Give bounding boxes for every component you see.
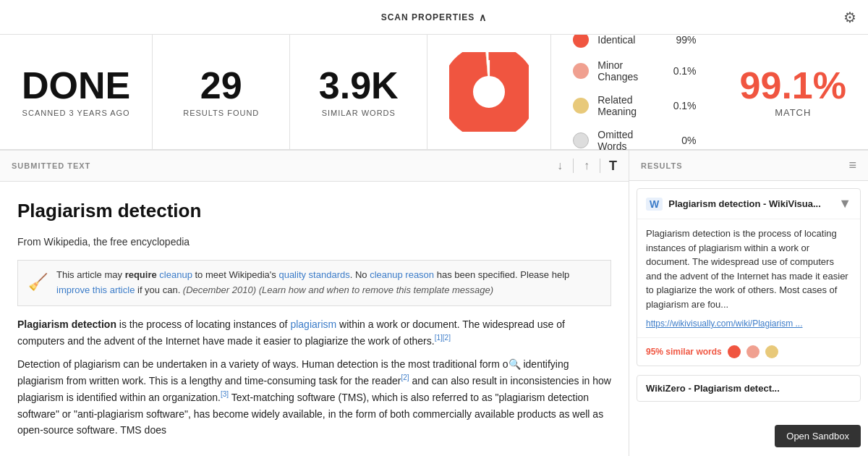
legend-pct-omitted: 0% xyxy=(668,135,697,146)
similar-dot-pink xyxy=(746,345,760,358)
status-cell: DONE SCANNED 3 YEARS AGO xyxy=(0,35,153,149)
scan-properties-label: SCAN PROPERTIES xyxy=(381,12,475,22)
result-card-2-header: WikiZero - Plagiarism detect... xyxy=(637,376,860,401)
legend-item-minor: Minor Changes 0.1% xyxy=(573,55,696,87)
words-value: 3.9K xyxy=(319,67,399,104)
words-label: SIMILAR WORDS xyxy=(322,109,396,117)
result-card-2: WikiZero - Plagiarism detect... xyxy=(637,375,861,402)
stats-bar: DONE SCANNED 3 YEARS AGO 29 RESULTS FOUN… xyxy=(0,35,868,151)
match-label: MATCH xyxy=(775,107,811,118)
main-content: SUBMITTED TEXT ↓ ↑ T Plagiarism detectio… xyxy=(0,151,868,456)
body-paragraph-2: Detection of plagiarism can be undertake… xyxy=(17,356,611,438)
submitted-panel-title: SUBMITTED TEXT xyxy=(12,161,90,170)
scan-properties-button[interactable]: SCAN PROPERTIES ∧ xyxy=(381,12,488,23)
from-line: From Wikipedia, the free encyclopedia xyxy=(17,234,611,250)
match-area: 99.1% MATCH xyxy=(718,35,868,149)
results-panel-header: RESULTS ≡ xyxy=(629,151,868,181)
results-label: RESULTS FOUND xyxy=(183,109,259,117)
down-arrow-icon: ↓ xyxy=(557,159,563,172)
notice-box: 🧹 This article may require cleanup to me… xyxy=(17,260,611,306)
scroll-up-button[interactable]: ↑ xyxy=(582,158,591,174)
result-1-link[interactable]: https://wikivisually.com/wiki/Plagiarism… xyxy=(646,317,851,330)
open-sandbox-tooltip[interactable]: Open Sandbox xyxy=(775,425,861,447)
legend-pct-minor: 0.1% xyxy=(668,65,697,77)
results-value: 29 xyxy=(200,67,242,104)
similar-dot-yellow xyxy=(765,345,778,358)
result-card-1-header: W Plagiarism detection - WikiVisua... ▼ xyxy=(637,189,860,219)
result-card-1-body: Plagiarism detection is the process of l… xyxy=(637,219,860,337)
legend-pct-related: 0.1% xyxy=(668,100,697,111)
text-format-icon[interactable]: T xyxy=(609,159,617,174)
result-2-title: WikiZero - Plagiarism detect... xyxy=(646,383,780,394)
wiki-w-icon: W xyxy=(646,198,663,211)
expand-icon[interactable]: ▼ xyxy=(838,196,851,211)
status-label: SCANNED 3 YEARS AGO xyxy=(22,109,130,117)
article-heading: Plagiarism detection xyxy=(17,196,611,227)
quality-standards-link[interactable]: quality standards xyxy=(278,269,349,280)
similar-label: 95% similar words xyxy=(646,347,722,357)
results-cell: 29 RESULTS FOUND xyxy=(153,35,290,149)
plagiarism-link[interactable]: plagiarism xyxy=(290,318,336,330)
results-body: W Plagiarism detection - WikiVisua... ▼ … xyxy=(629,181,868,456)
legend-item-related: Related Meaning 0.1% xyxy=(573,90,696,122)
improve-link[interactable]: improve this article xyxy=(56,284,135,295)
divider xyxy=(573,159,574,173)
pie-chart-area xyxy=(427,35,551,149)
plagiarism-detection-bold: Plagiarism detection xyxy=(17,318,116,330)
filter-icon[interactable]: ≡ xyxy=(848,158,856,173)
open-sandbox-label: Open Sandbox xyxy=(786,431,849,442)
legend-label-identical: Identical xyxy=(597,34,658,46)
cleanup-reason-link[interactable]: cleanup reason xyxy=(370,269,434,280)
broom-icon: 🧹 xyxy=(28,269,48,295)
submitted-panel-header: SUBMITTED TEXT ↓ ↑ T xyxy=(0,151,629,182)
legend-dot-related xyxy=(573,98,589,114)
body-paragraph-1: Plagiarism detection is the process of l… xyxy=(17,316,611,349)
status-value: DONE xyxy=(22,67,130,104)
divider2 xyxy=(600,159,600,173)
legend-dot-omitted xyxy=(573,132,589,148)
legend-pct-identical: 99% xyxy=(668,34,697,46)
result-1-body-text: Plagiarism detection is the process of l… xyxy=(646,228,848,310)
words-cell: 3.9K SIMILAR WORDS xyxy=(290,35,427,149)
notice-text: This article may require cleanup to meet… xyxy=(56,268,600,298)
submitted-panel: SUBMITTED TEXT ↓ ↑ T Plagiarism detectio… xyxy=(0,151,629,456)
result-1-title: Plagiarism detection - WikiVisua... xyxy=(668,198,821,209)
top-bar: SCAN PROPERTIES ∧ ⚙ xyxy=(0,0,868,35)
results-panel: RESULTS ≡ W Plagiarism detection - WikiV… xyxy=(629,151,868,456)
legend-area: Identical 99% Minor Changes 0.1% Related… xyxy=(551,35,718,149)
settings-icon[interactable]: ⚙ xyxy=(843,9,856,26)
submitted-panel-actions: ↓ ↑ T xyxy=(556,158,617,174)
result-1-source: W Plagiarism detection - WikiVisua... xyxy=(646,198,821,211)
match-value: 99.1% xyxy=(740,67,846,104)
chevron-up-icon: ∧ xyxy=(479,12,487,23)
legend-label-related: Related Meaning xyxy=(597,94,658,117)
result-card-1-footer: 95% similar words xyxy=(637,337,860,366)
legend-label-minor: Minor Changes xyxy=(597,59,658,83)
cleanup-link[interactable]: cleanup xyxy=(159,269,192,280)
result-card-1: W Plagiarism detection - WikiVisua... ▼ … xyxy=(637,188,861,366)
legend-dot-minor xyxy=(573,63,589,79)
submitted-body: Plagiarism detection From Wikipedia, the… xyxy=(0,182,629,456)
legend-label-omitted: Omitted Words xyxy=(597,129,658,152)
results-panel-title: RESULTS xyxy=(641,161,683,170)
scroll-down-button[interactable]: ↓ xyxy=(556,158,564,174)
up-arrow-icon: ↑ xyxy=(584,159,590,172)
pie-chart xyxy=(449,52,529,132)
similar-dot-red xyxy=(728,345,741,358)
search-icon-inline: 🔍 xyxy=(509,358,521,370)
